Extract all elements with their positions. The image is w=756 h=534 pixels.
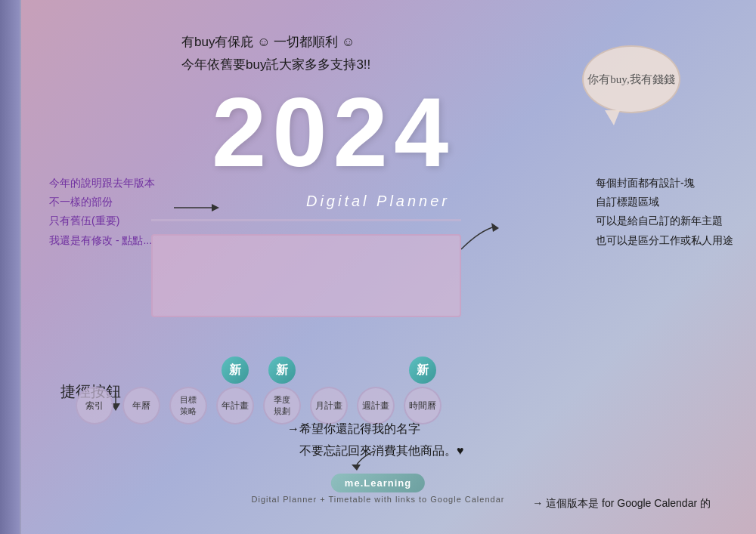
nav-item-index[interactable]: 索引 <box>76 387 113 424</box>
nav-label-year-cal: 年曆 <box>132 400 150 412</box>
nav-badge-quarterly: 新 <box>268 357 296 384</box>
nav-label-monthly: 月計畫 <box>315 400 342 412</box>
left-arrow <box>174 196 219 219</box>
right-annotation: 每個封面都有設計-塊 自訂標題區域 可以是給自己訂的新年主題 也可以是區分工作或… <box>596 174 733 250</box>
nav-item-year-plan[interactable]: 新 年計畫 <box>216 357 254 424</box>
top-annotation-1: 有buy有保庇 ☺ 一切都順利 ☺ <box>181 32 355 52</box>
nav-label-year-plan: 年計畫 <box>222 400 249 412</box>
google-note: → 這個版本是 for Google Calendar 的 <box>532 495 711 511</box>
me-learning-badge[interactable]: me.Learning <box>331 474 425 492</box>
nav-item-timetable[interactable]: 新 時間曆 <box>404 357 442 424</box>
nav-label-weekly: 週計畫 <box>362 400 389 412</box>
title-area-box <box>151 234 461 317</box>
nav-item-year-cal[interactable]: 年曆 <box>122 387 160 424</box>
svg-marker-2 <box>491 223 499 232</box>
bottom-wish-1: 希望你還記得我的名字 <box>299 422 420 435</box>
year-display: 2024 <box>212 76 454 189</box>
speech-bubble: 你有buy, 我有錢錢 <box>582 45 680 113</box>
nav-badge-year-plan: 新 <box>222 357 249 384</box>
top-annotation-2: 今年依舊要buy託大家多多支持3!! <box>181 54 370 75</box>
subtitle-label: Digital Planner <box>287 193 469 210</box>
title-underline <box>151 219 461 221</box>
left-annotation: 今年的說明跟去年版本 不一樣的部份 只有舊伍(重要) 我還是有修改 - 點點..… <box>49 174 155 250</box>
nav-row: 索引 年曆 目標 策略 新 年計畫 新 <box>76 357 442 424</box>
nav-item-quarterly[interactable]: 新 季度 規劃 <box>263 357 301 424</box>
nav-label-timetable: 時間曆 <box>409 400 436 412</box>
nav-item-goals[interactable]: 目標 策略 <box>169 387 207 424</box>
wish-arrow <box>352 451 389 474</box>
right-arrow <box>461 223 499 253</box>
bubble-line2: 我有錢錢 <box>630 71 675 88</box>
book-spine <box>0 0 21 534</box>
svg-marker-1 <box>212 204 219 211</box>
svg-marker-5 <box>352 465 361 471</box>
bottom-subtitle: Digital Planner + Timetable with links t… <box>252 495 505 504</box>
me-learning-label: me.Learning <box>345 477 411 489</box>
nav-label-goals: 目標 策略 <box>180 394 197 417</box>
nav-badge-timetable: 新 <box>409 357 436 384</box>
main-canvas: 你有buy, 我有錢錢 有buy有保庇 ☺ 一切都順利 ☺ 今年依舊要buy託大… <box>0 0 756 534</box>
nav-label-index: 索引 <box>85 400 104 412</box>
nav-label-quarterly: 季度 規劃 <box>274 394 290 417</box>
bubble-line1: 你有buy, <box>587 71 629 88</box>
